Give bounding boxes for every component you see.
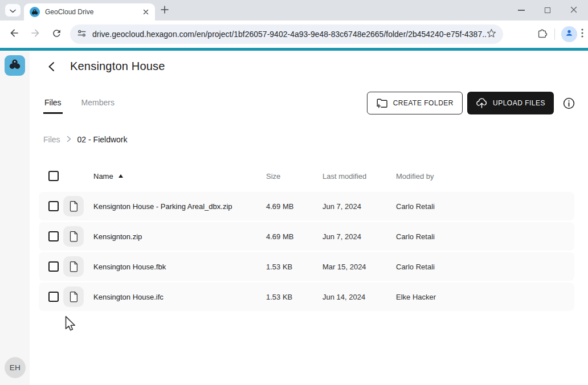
file-icon [69, 200, 78, 212]
cloud-upload-icon [476, 97, 488, 109]
sort-ascending-icon [119, 174, 123, 178]
column-header-name[interactable]: Name [93, 172, 266, 181]
user-avatar[interactable]: EH [5, 357, 26, 378]
geocloud-app-logo[interactable] [5, 55, 25, 76]
file-size: 4.69 MB [266, 232, 322, 241]
table-row[interactable]: Kensington House.fbk 1.53 KB Mar 15, 202… [39, 252, 574, 281]
info-icon [562, 97, 575, 110]
select-all-checkbox[interactable] [48, 171, 59, 181]
create-folder-label: CREATE FOLDER [393, 99, 454, 107]
tab-files[interactable]: Files [43, 97, 63, 114]
breadcrumb: Files 02 - Fieldwork [43, 135, 127, 144]
geocloud-favicon [30, 7, 40, 17]
name-column-label: Name [93, 172, 113, 181]
geocloud-logo-icon [8, 58, 22, 73]
file-last-modified: Jun 7, 2024 [322, 202, 396, 211]
reload-icon [51, 28, 62, 41]
file-icon [69, 261, 78, 272]
file-name: Kensignton.zip [93, 232, 266, 241]
forward-nav-button[interactable] [27, 26, 43, 42]
minimize-icon [518, 10, 525, 11]
back-button[interactable] [46, 61, 57, 72]
reload-button[interactable] [48, 26, 64, 42]
browser-toolbar: drive.geocloud.hexagon.com/en/project/1b… [0, 21, 588, 48]
window-minimize-button[interactable] [508, 0, 534, 21]
file-modified-by: Carlo Retali [396, 202, 574, 211]
puzzle-icon [536, 27, 548, 41]
tab-members[interactable]: Members [80, 97, 116, 114]
create-folder-button[interactable]: CREATE FOLDER [367, 92, 463, 114]
main-content: Kensington House Files Members CREATE FO… [30, 51, 588, 385]
table-row[interactable]: Kensignton House - Parking Areal_dbx.zip… [39, 192, 574, 220]
row-checkbox[interactable] [48, 201, 59, 211]
new-tab-button[interactable] [158, 5, 170, 17]
file-name: Kensington House.ifc [93, 293, 266, 301]
maximize-icon [545, 7, 550, 13]
window-maximize-button[interactable] [534, 0, 561, 21]
app-body: EH Kensington House Files Members CREATE… [0, 51, 588, 385]
browser-tab-strip: GeoCloud Drive [0, 0, 588, 21]
back-nav-button[interactable] [6, 26, 22, 42]
file-last-modified: Mar 15, 2024 [322, 263, 396, 271]
tab-title: GeoCloud Drive [45, 8, 141, 16]
kebab-menu-icon [581, 28, 583, 40]
close-icon [570, 5, 577, 15]
file-table: Name Size Last modified Modified by Kens… [39, 162, 574, 311]
file-size: 1.53 KB [266, 293, 322, 301]
table-row[interactable]: Kensington House.ifc 1.53 KB Jun 14, 202… [39, 282, 574, 311]
window-close-button[interactable] [561, 0, 587, 21]
page-tabs: Files Members [43, 97, 116, 114]
upload-files-label: UPLOAD FILES [493, 99, 545, 107]
profile-avatar-button[interactable] [561, 26, 577, 42]
page-title: Kensington House [70, 60, 165, 73]
file-modified-by: Carlo Retali [396, 232, 574, 241]
file-icon [69, 231, 78, 242]
site-settings-icon[interactable] [77, 28, 87, 40]
row-checkbox[interactable] [48, 292, 59, 302]
page-header: Kensington House [46, 60, 165, 73]
file-size: 1.53 KB [266, 263, 322, 271]
extensions-button[interactable] [536, 27, 548, 41]
column-header-size[interactable]: Size [266, 172, 322, 181]
table-row[interactable]: Kensignton.zip 4.69 MB Jun 7, 2024 Carlo… [39, 222, 574, 251]
column-header-last-modified[interactable]: Last modified [322, 172, 396, 181]
file-type-chip [63, 226, 84, 247]
plus-icon [161, 6, 169, 16]
folder-plus-icon [376, 98, 388, 108]
window-controls [508, 0, 587, 21]
file-size: 4.69 MB [266, 202, 322, 211]
file-name: Kensignton House - Parking Areal_dbx.zip [93, 202, 266, 211]
file-icon [69, 291, 78, 302]
row-checkbox[interactable] [48, 261, 59, 272]
file-type-chip [63, 256, 84, 277]
file-type-chip [63, 286, 84, 307]
mouse-cursor [65, 316, 76, 334]
file-modified-by: Elke Hacker [396, 293, 574, 301]
file-name: Kensington House.fbk [93, 263, 266, 271]
toolbar-separator [554, 28, 555, 40]
info-button[interactable] [561, 96, 576, 110]
bookmark-star-icon[interactable] [487, 28, 496, 40]
address-bar[interactable]: drive.geocloud.hexagon.com/en/project/1b… [70, 24, 503, 44]
arrow-right-icon [30, 27, 41, 41]
action-buttons: CREATE FOLDER UPLOAD FILES [367, 92, 576, 114]
chevron-down-icon [10, 5, 16, 15]
row-checkbox[interactable] [48, 231, 59, 241]
browser-menu-button[interactable] [581, 28, 583, 40]
breadcrumb-files-link[interactable]: Files [43, 135, 60, 144]
chevron-right-icon [67, 135, 71, 144]
tab-search-button[interactable] [5, 4, 21, 17]
table-header-row: Name Size Last modified Modified by [39, 162, 574, 190]
person-icon [564, 28, 574, 40]
breadcrumb-current-folder: 02 - Fieldwork [77, 135, 128, 144]
file-modified-by: Carlo Retali [396, 263, 574, 271]
file-last-modified: Jun 7, 2024 [322, 232, 396, 241]
file-type-chip [63, 196, 84, 216]
browser-tab[interactable]: GeoCloud Drive [24, 3, 155, 21]
url-text[interactable]: drive.geocloud.hexagon.com/en/project/1b… [92, 30, 487, 39]
column-header-modified-by[interactable]: Modified by [396, 172, 574, 181]
tab-close-icon[interactable] [141, 7, 150, 17]
upload-files-button[interactable]: UPLOAD FILES [467, 92, 554, 114]
file-last-modified: Jun 14, 2024 [322, 293, 396, 301]
left-sidebar: EH [0, 51, 30, 385]
